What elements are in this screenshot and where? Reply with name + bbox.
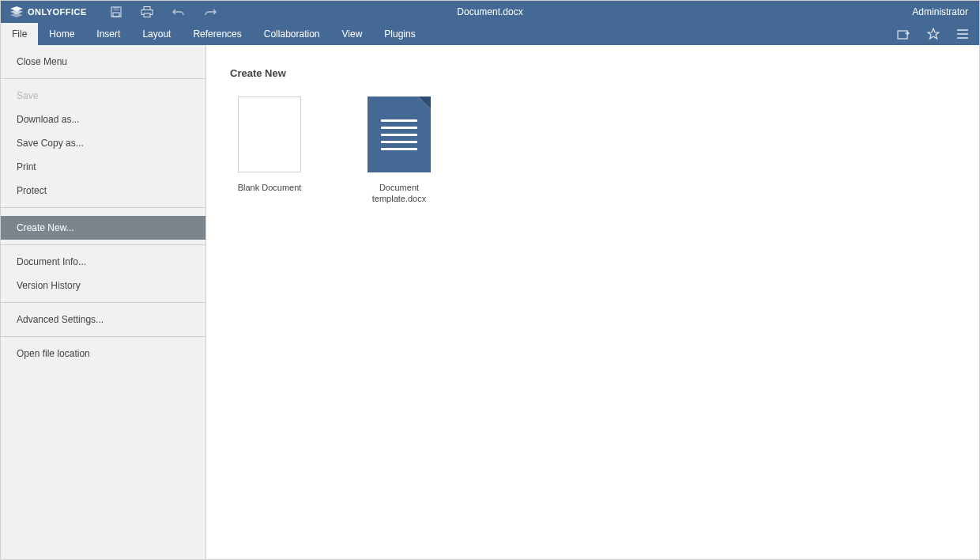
tab-layout[interactable]: Layout bbox=[131, 23, 182, 45]
quick-access-toolbar bbox=[111, 6, 217, 17]
svg-marker-10 bbox=[928, 28, 939, 39]
tab-collaboration[interactable]: Collaboration bbox=[253, 23, 331, 45]
menu-bar: File Home Insert Layout References Colla… bbox=[1, 23, 979, 45]
tab-file[interactable]: File bbox=[1, 23, 38, 45]
sidebar-open-file-location[interactable]: Open file location bbox=[1, 342, 205, 365]
thumb-line bbox=[381, 119, 417, 122]
file-panel: Close Menu Save Download as... Save Copy… bbox=[1, 45, 206, 559]
hamburger-icon[interactable] bbox=[957, 29, 968, 39]
sidebar-document-info[interactable]: Document Info... bbox=[1, 250, 205, 274]
template-list: Blank Document Document template.docx bbox=[230, 96, 956, 205]
sidebar-group-open: Open file location bbox=[1, 337, 205, 370]
sidebar-protect[interactable]: Protect bbox=[1, 179, 205, 202]
tab-insert-label: Insert bbox=[96, 28, 120, 40]
template-blank-document[interactable]: Blank Document bbox=[230, 96, 309, 205]
thumb-fold bbox=[418, 96, 431, 109]
main-content: Create New Blank Document bbox=[206, 45, 979, 559]
tab-references[interactable]: References bbox=[182, 23, 252, 45]
user-name[interactable]: Administrator bbox=[901, 6, 979, 17]
template-doc-label: Document template.docx bbox=[360, 182, 439, 205]
sidebar-group-settings: Advanced Settings... bbox=[1, 303, 205, 336]
sidebar-print[interactable]: Print bbox=[1, 155, 205, 179]
brand-name: ONLYOFFICE bbox=[28, 7, 87, 17]
tab-home-label: Home bbox=[49, 28, 74, 40]
tab-references-label: References bbox=[193, 28, 241, 40]
sidebar-advanced-settings[interactable]: Advanced Settings... bbox=[1, 308, 205, 331]
star-icon[interactable] bbox=[927, 28, 940, 40]
thumb-line bbox=[381, 134, 417, 136]
app-window: ONLYOFFICE bbox=[0, 0, 980, 560]
redo-icon[interactable] bbox=[204, 7, 217, 17]
template-doc-thumb bbox=[368, 96, 431, 172]
save-icon[interactable] bbox=[111, 6, 122, 17]
undo-icon[interactable] bbox=[172, 7, 185, 17]
body: Close Menu Save Download as... Save Copy… bbox=[1, 45, 979, 559]
template-blank-thumb bbox=[238, 96, 301, 172]
svg-marker-2 bbox=[10, 13, 23, 17]
tab-plugins[interactable]: Plugins bbox=[373, 23, 426, 45]
template-blank-label: Blank Document bbox=[230, 182, 309, 193]
thumb-line bbox=[381, 127, 417, 129]
onlyoffice-logo-icon bbox=[10, 6, 23, 17]
tab-home[interactable]: Home bbox=[38, 23, 85, 45]
spacer bbox=[1, 208, 205, 216]
document-title: Document.docx bbox=[457, 6, 522, 17]
sidebar-group-save: Save Download as... Save Copy as... Prin… bbox=[1, 79, 205, 207]
thumb-line bbox=[381, 148, 417, 150]
print-icon[interactable] bbox=[141, 6, 153, 17]
tab-insert[interactable]: Insert bbox=[85, 23, 131, 45]
brand: ONLYOFFICE bbox=[1, 6, 96, 17]
tab-layout-label: Layout bbox=[142, 28, 171, 40]
tab-file-label: File bbox=[12, 28, 27, 40]
svg-rect-5 bbox=[113, 13, 119, 17]
svg-rect-9 bbox=[898, 31, 907, 39]
sidebar-save: Save bbox=[1, 84, 205, 108]
tab-plugins-label: Plugins bbox=[384, 28, 415, 40]
svg-rect-6 bbox=[144, 7, 150, 10]
template-document-template[interactable]: Document template.docx bbox=[360, 96, 439, 205]
tab-view[interactable]: View bbox=[331, 23, 374, 45]
sidebar-save-copy-as[interactable]: Save Copy as... bbox=[1, 131, 205, 155]
sidebar-version-history[interactable]: Version History bbox=[1, 274, 205, 297]
svg-rect-4 bbox=[114, 7, 119, 10]
sidebar-download-as[interactable]: Download as... bbox=[1, 108, 205, 131]
sidebar-close-menu[interactable]: Close Menu bbox=[1, 45, 205, 78]
sidebar-group-info: Document Info... Version History bbox=[1, 244, 205, 303]
title-bar: ONLYOFFICE bbox=[1, 1, 979, 23]
open-location-icon[interactable] bbox=[897, 28, 910, 40]
tab-collaboration-label: Collaboration bbox=[264, 28, 320, 40]
sidebar-create-new[interactable]: Create New... bbox=[1, 216, 205, 240]
tab-view-label: View bbox=[342, 28, 363, 40]
thumb-line bbox=[381, 141, 417, 143]
svg-rect-8 bbox=[144, 13, 150, 17]
page-heading: Create New bbox=[230, 67, 956, 79]
menu-right-icons bbox=[897, 23, 979, 45]
